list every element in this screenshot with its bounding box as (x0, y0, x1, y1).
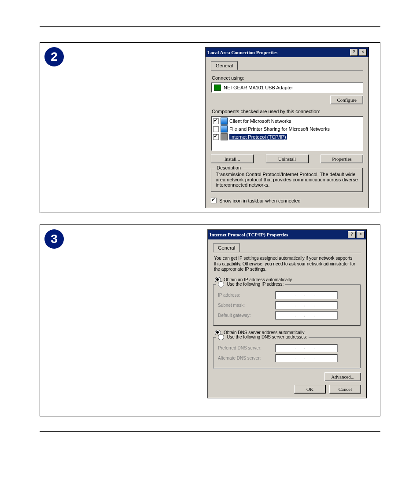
alt-dns-label: Alternate DNS server: (218, 356, 275, 361)
ip-address-input[interactable]: . . . (275, 291, 338, 299)
list-item-selected[interactable]: Internet Protocol (TCP/IP) (212, 133, 362, 141)
dialog-title: Local Area Connection Properties (207, 50, 349, 55)
help-button[interactable]: ? (348, 231, 356, 238)
show-icon-row[interactable]: Show icon in taskbar when connected (211, 198, 363, 203)
checkbox-icon[interactable] (213, 118, 219, 124)
properties-button[interactable]: Properties (321, 155, 363, 163)
close-button[interactable]: × (359, 49, 367, 56)
ok-button[interactable]: OK (294, 385, 326, 394)
dialog-tcpip-properties: Internet Protocol (TCP/IP) Properties ? … (207, 229, 367, 398)
separator-bottom (40, 431, 380, 432)
step-2-row: 2 Local Area Connection Properties ? × G… (40, 42, 380, 213)
step-2-right: Local Area Connection Properties ? × Gen… (194, 43, 380, 213)
info-text: You can get IP settings assigned automat… (214, 256, 360, 272)
close-button[interactable]: × (357, 231, 365, 238)
step-number-3: 3 (44, 229, 64, 249)
pref-dns-label: Preferred DNS server: (218, 346, 275, 350)
checkbox-icon[interactable] (213, 134, 219, 140)
titlebar[interactable]: Local Area Connection Properties ? × (206, 48, 368, 57)
list-item[interactable]: File and Printer Sharing for Microsoft N… (212, 125, 362, 133)
subnet-input[interactable]: . . . (275, 301, 338, 309)
tab-general[interactable]: General (211, 61, 238, 70)
share-icon (221, 125, 228, 132)
radio-icon[interactable] (218, 334, 224, 340)
page: 2 Local Area Connection Properties ? × G… (0, 0, 420, 450)
adapter-field[interactable]: NETGEAR MA101 USB Adapter (211, 82, 363, 93)
description-group: Description Transmission Control Protoco… (211, 168, 363, 192)
uninstall-button[interactable]: Uninstall (266, 155, 309, 163)
tabs: General (211, 61, 363, 71)
tabs: General (213, 243, 361, 253)
components-list[interactable]: Client for Microsoft Networks File and P… (211, 116, 363, 151)
install-button[interactable]: Install... (211, 155, 254, 163)
adapter-name: NETGEAR MA101 USB Adapter (224, 85, 293, 90)
titlebar[interactable]: Internet Protocol (TCP/IP) Properties ? … (208, 230, 366, 239)
ip-address-label: IP address: (218, 293, 275, 298)
separator-top (40, 26, 380, 27)
gateway-label: Default gateway: (218, 313, 275, 318)
dns-group: Use the following DNS server addresses: … (213, 337, 361, 369)
radio-label: Use the following IP address: (227, 282, 284, 287)
subnet-label: Subnet mask: (218, 303, 275, 308)
list-item[interactable]: Client for Microsoft Networks (212, 117, 362, 125)
advanced-button[interactable]: Advanced... (324, 372, 361, 381)
description-legend: Description (215, 165, 243, 170)
dialog-body: General Connect using: NETGEAR MA101 USB… (206, 57, 368, 208)
list-item-label: Client for Microsoft Networks (229, 118, 291, 124)
connect-using-label: Connect using: (212, 75, 363, 81)
step-2-left: 2 (40, 43, 194, 213)
radio-icon[interactable] (218, 281, 224, 287)
client-icon (221, 118, 228, 125)
nic-icon (214, 85, 221, 91)
dialog-title: Internet Protocol (TCP/IP) Properties (210, 232, 347, 237)
help-button[interactable]: ? (350, 49, 358, 56)
dialog-lan-properties: Local Area Connection Properties ? × Gen… (205, 47, 369, 208)
step-3-left: 3 (40, 225, 194, 416)
protocol-icon (221, 133, 228, 140)
list-item-label: Internet Protocol (TCP/IP) (229, 134, 287, 140)
gateway-input[interactable]: . . . (275, 311, 338, 320)
alt-dns-input[interactable]: . . . (275, 354, 338, 362)
checkbox-icon[interactable] (211, 198, 217, 203)
components-label: Components checked are used by this conn… (212, 109, 363, 114)
pref-dns-input[interactable]: . . . (275, 344, 338, 352)
show-icon-label: Show icon in taskbar when connected (219, 198, 301, 203)
description-text: Transmission Control Protocol/Internet P… (216, 172, 358, 188)
checkbox-icon[interactable] (213, 126, 219, 132)
ip-group: Use the following IP address: IP address… (213, 284, 361, 326)
step-3-row: 3 Internet Protocol (TCP/IP) Properties … (40, 224, 380, 416)
cancel-button[interactable]: Cancel (329, 385, 361, 394)
dialog-body: General You can get IP settings assigned… (208, 239, 366, 398)
tab-general[interactable]: General (213, 243, 240, 252)
radio-label: Use the following DNS server addresses: (227, 335, 307, 339)
step-3-right: Internet Protocol (TCP/IP) Properties ? … (194, 225, 380, 416)
list-item-label: File and Printer Sharing for Microsoft N… (229, 126, 330, 132)
configure-button[interactable]: Configure (330, 96, 363, 104)
step-number-2: 2 (44, 47, 64, 66)
